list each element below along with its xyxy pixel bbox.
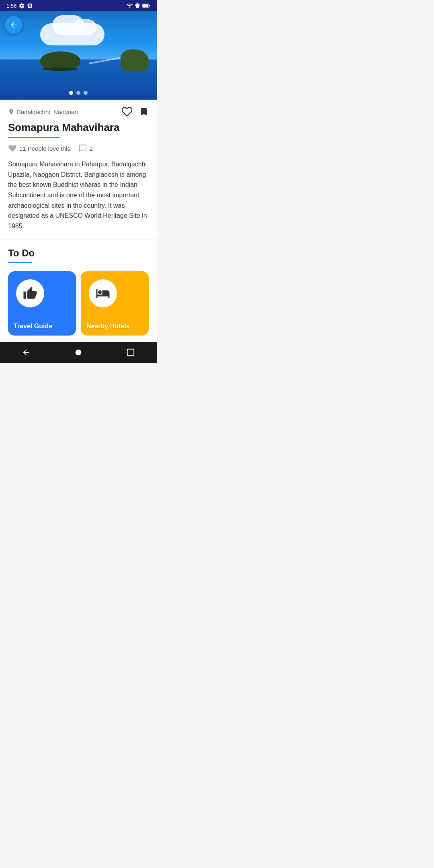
location-row: Badalgachhi, Naogoan <box>8 106 149 117</box>
svg-rect-1 <box>149 5 150 6</box>
heart-filled-icon <box>8 144 17 153</box>
signal-icon <box>134 2 141 9</box>
loves-stat[interactable]: 11 People love this <box>8 144 70 153</box>
wifi-icon <box>126 2 133 9</box>
status-bar-right <box>126 2 150 9</box>
comments-count: 2 <box>90 145 93 152</box>
hero-island-2 <box>121 49 149 72</box>
location-info: Badalgachhi, Naogoan <box>8 108 78 115</box>
location-text: Badalgachhi, Naogoan <box>17 108 78 115</box>
thumbs-up-icon <box>23 286 37 301</box>
todo-section: To Do Travel Guide Nearby Hotel <box>8 248 149 336</box>
title-underline <box>8 137 60 138</box>
status-bar: 1:56 <box>0 0 157 11</box>
nearby-hotels-card[interactable]: Nearby Hotels <box>81 271 149 336</box>
status-bar-left: 1:56 <box>6 3 33 9</box>
status-time: 1:56 <box>6 3 16 9</box>
hero-island-1 <box>40 51 80 70</box>
loves-text: 11 People love this <box>19 145 70 152</box>
nav-back-button[interactable] <box>18 344 34 360</box>
bed-icon <box>96 286 110 301</box>
nearby-hotels-icon-circle <box>89 279 117 307</box>
dot-2[interactable] <box>76 91 80 95</box>
hero-image <box>0 11 157 100</box>
comment-icon <box>78 144 87 153</box>
nearby-hotels-label: Nearby Hotels <box>86 323 143 330</box>
todo-cards: Travel Guide Nearby Hotels <box>8 271 149 336</box>
svg-point-3 <box>76 350 82 356</box>
back-button[interactable] <box>5 16 23 34</box>
travel-guide-card[interactable]: Travel Guide <box>8 271 76 336</box>
place-title: Somapura Mahavihara <box>8 121 149 134</box>
action-icons <box>121 106 149 117</box>
image-dots <box>69 91 88 95</box>
svg-rect-4 <box>127 349 134 356</box>
section-divider <box>0 239 157 240</box>
bottom-nav <box>0 342 157 363</box>
dot-1[interactable] <box>69 91 73 95</box>
travel-guide-icon-circle <box>16 279 44 307</box>
svg-rect-2 <box>143 4 148 7</box>
travel-guide-label: Travel Guide <box>14 323 70 330</box>
todo-underline <box>8 262 32 263</box>
battery-icon <box>142 3 150 8</box>
dot-3[interactable] <box>84 91 88 95</box>
nav-home-button[interactable] <box>70 344 86 360</box>
settings-icon <box>19 3 25 8</box>
stats-row: 11 People love this 2 <box>8 144 149 153</box>
content-area: Badalgachhi, Naogoan Somapura Mahavihara… <box>0 100 157 342</box>
nav-recent-button[interactable] <box>123 344 139 360</box>
hero-cloud <box>40 23 104 45</box>
location-icon <box>8 108 14 115</box>
comments-stat[interactable]: 2 <box>78 144 93 153</box>
heart-icon[interactable] <box>121 106 133 117</box>
place-description: Somapura Mahavihara in Paharpur, Badalga… <box>8 159 149 231</box>
memory-icon <box>27 3 33 8</box>
todo-title: To Do <box>8 248 149 259</box>
bookmark-icon[interactable] <box>139 106 149 117</box>
